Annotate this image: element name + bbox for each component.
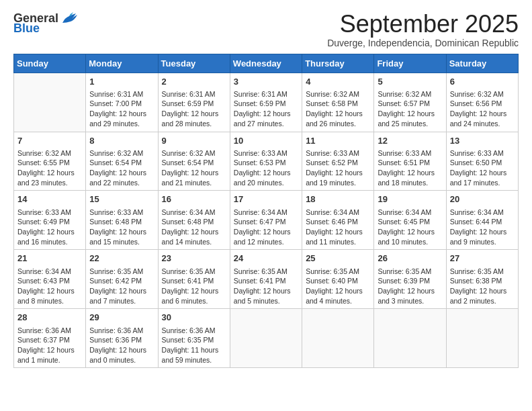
day-number: 17 bbox=[234, 193, 298, 205]
weekday-header-saturday: Saturday bbox=[446, 54, 518, 73]
calendar-cell bbox=[230, 309, 302, 368]
calendar-cell: 12Sunrise: 6:33 AMSunset: 6:51 PMDayligh… bbox=[374, 132, 446, 191]
weekday-header-row: SundayMondayTuesdayWednesdayThursdayFrid… bbox=[14, 54, 519, 73]
calendar-cell: 26Sunrise: 6:35 AMSunset: 6:39 PMDayligh… bbox=[374, 250, 446, 309]
day-info: Sunrise: 6:33 AMSunset: 6:48 PMDaylight:… bbox=[89, 208, 154, 247]
day-number: 4 bbox=[306, 76, 370, 88]
calendar-cell: 22Sunrise: 6:35 AMSunset: 6:42 PMDayligh… bbox=[86, 250, 158, 309]
day-info: Sunrise: 6:33 AMSunset: 6:53 PMDaylight:… bbox=[234, 148, 298, 188]
calendar-cell bbox=[302, 309, 374, 368]
day-info: Sunrise: 6:35 AMSunset: 6:41 PMDaylight:… bbox=[162, 267, 226, 306]
day-number: 27 bbox=[450, 253, 515, 265]
calendar-cell: 13Sunrise: 6:33 AMSunset: 6:50 PMDayligh… bbox=[446, 132, 518, 191]
day-number: 25 bbox=[306, 253, 370, 265]
calendar-week-2: 7Sunrise: 6:32 AMSunset: 6:55 PMDaylight… bbox=[14, 132, 519, 191]
day-info: Sunrise: 6:32 AMSunset: 6:55 PMDaylight:… bbox=[17, 148, 82, 188]
day-info: Sunrise: 6:35 AMSunset: 6:42 PMDaylight:… bbox=[89, 267, 154, 306]
calendar-cell: 25Sunrise: 6:35 AMSunset: 6:40 PMDayligh… bbox=[302, 250, 374, 309]
calendar-cell: 24Sunrise: 6:35 AMSunset: 6:41 PMDayligh… bbox=[230, 250, 302, 309]
calendar-cell: 11Sunrise: 6:33 AMSunset: 6:52 PMDayligh… bbox=[302, 132, 374, 191]
day-number: 23 bbox=[162, 253, 226, 265]
calendar-cell: 10Sunrise: 6:33 AMSunset: 6:53 PMDayligh… bbox=[230, 132, 302, 191]
day-info: Sunrise: 6:34 AMSunset: 6:47 PMDaylight:… bbox=[234, 208, 298, 247]
calendar-cell: 4Sunrise: 6:32 AMSunset: 6:58 PMDaylight… bbox=[302, 73, 374, 132]
calendar-week-5: 28Sunrise: 6:36 AMSunset: 6:37 PMDayligh… bbox=[14, 309, 519, 368]
title-block: September 2025 Duverge, Independencia, D… bbox=[327, 11, 519, 48]
day-info: Sunrise: 6:33 AMSunset: 6:49 PMDaylight:… bbox=[17, 208, 82, 247]
day-number: 16 bbox=[162, 193, 226, 205]
weekday-header-monday: Monday bbox=[86, 54, 158, 73]
day-info: Sunrise: 6:33 AMSunset: 6:50 PMDaylight:… bbox=[450, 148, 515, 188]
weekday-header-tuesday: Tuesday bbox=[158, 54, 230, 73]
day-number: 9 bbox=[162, 135, 226, 147]
calendar-cell: 8Sunrise: 6:32 AMSunset: 6:54 PMDaylight… bbox=[86, 132, 158, 191]
calendar-cell: 6Sunrise: 6:32 AMSunset: 6:56 PMDaylight… bbox=[446, 73, 518, 132]
page-header: General Blue September 2025 Duverge, Ind… bbox=[13, 11, 519, 48]
day-number: 28 bbox=[17, 312, 82, 324]
day-info: Sunrise: 6:34 AMSunset: 6:48 PMDaylight:… bbox=[162, 208, 226, 247]
logo-blue-text: Blue bbox=[13, 21, 40, 36]
calendar-cell: 16Sunrise: 6:34 AMSunset: 6:48 PMDayligh… bbox=[158, 191, 230, 250]
logo: General Blue bbox=[13, 11, 79, 36]
day-info: Sunrise: 6:34 AMSunset: 6:44 PMDaylight:… bbox=[450, 208, 515, 247]
calendar-cell: 9Sunrise: 6:32 AMSunset: 6:54 PMDaylight… bbox=[158, 132, 230, 191]
day-info: Sunrise: 6:32 AMSunset: 6:56 PMDaylight:… bbox=[450, 89, 515, 129]
calendar-cell: 23Sunrise: 6:35 AMSunset: 6:41 PMDayligh… bbox=[158, 250, 230, 309]
day-info: Sunrise: 6:32 AMSunset: 6:58 PMDaylight:… bbox=[306, 89, 370, 129]
calendar-cell: 21Sunrise: 6:34 AMSunset: 6:43 PMDayligh… bbox=[14, 250, 86, 309]
month-title: September 2025 bbox=[327, 11, 519, 38]
day-info: Sunrise: 6:33 AMSunset: 6:52 PMDaylight:… bbox=[306, 148, 370, 188]
day-number: 10 bbox=[234, 135, 298, 147]
calendar-cell: 29Sunrise: 6:36 AMSunset: 6:36 PMDayligh… bbox=[86, 309, 158, 368]
day-number: 5 bbox=[378, 76, 442, 88]
day-number: 22 bbox=[89, 253, 154, 265]
calendar-cell bbox=[14, 73, 86, 132]
day-info: Sunrise: 6:31 AMSunset: 6:59 PMDaylight:… bbox=[234, 89, 298, 129]
calendar-cell bbox=[446, 309, 518, 368]
weekday-header-wednesday: Wednesday bbox=[230, 54, 302, 73]
weekday-header-sunday: Sunday bbox=[14, 54, 86, 73]
day-info: Sunrise: 6:35 AMSunset: 6:38 PMDaylight:… bbox=[450, 267, 515, 306]
day-info: Sunrise: 6:32 AMSunset: 6:54 PMDaylight:… bbox=[162, 148, 226, 188]
day-number: 7 bbox=[17, 135, 82, 147]
day-number: 19 bbox=[378, 193, 442, 205]
calendar-cell: 30Sunrise: 6:36 AMSunset: 6:35 PMDayligh… bbox=[158, 309, 230, 368]
day-number: 8 bbox=[89, 135, 154, 147]
day-info: Sunrise: 6:33 AMSunset: 6:51 PMDaylight:… bbox=[378, 148, 442, 188]
day-info: Sunrise: 6:32 AMSunset: 6:57 PMDaylight:… bbox=[378, 89, 442, 129]
logo-bird-icon bbox=[60, 11, 79, 26]
day-info: Sunrise: 6:36 AMSunset: 6:37 PMDaylight:… bbox=[17, 326, 82, 365]
day-number: 6 bbox=[450, 76, 515, 88]
calendar-cell: 5Sunrise: 6:32 AMSunset: 6:57 PMDaylight… bbox=[374, 73, 446, 132]
day-number: 2 bbox=[162, 76, 226, 88]
calendar-cell: 19Sunrise: 6:34 AMSunset: 6:45 PMDayligh… bbox=[374, 191, 446, 250]
calendar-cell: 17Sunrise: 6:34 AMSunset: 6:47 PMDayligh… bbox=[230, 191, 302, 250]
day-number: 15 bbox=[89, 193, 154, 205]
calendar-cell: 20Sunrise: 6:34 AMSunset: 6:44 PMDayligh… bbox=[446, 191, 518, 250]
calendar-cell: 2Sunrise: 6:31 AMSunset: 6:59 PMDaylight… bbox=[158, 73, 230, 132]
calendar-cell: 18Sunrise: 6:34 AMSunset: 6:46 PMDayligh… bbox=[302, 191, 374, 250]
day-number: 29 bbox=[89, 312, 154, 324]
day-number: 13 bbox=[450, 135, 515, 147]
day-number: 12 bbox=[378, 135, 442, 147]
day-number: 21 bbox=[17, 253, 82, 265]
day-info: Sunrise: 6:36 AMSunset: 6:35 PMDaylight:… bbox=[162, 326, 226, 365]
day-info: Sunrise: 6:32 AMSunset: 6:54 PMDaylight:… bbox=[89, 148, 154, 188]
day-info: Sunrise: 6:36 AMSunset: 6:36 PMDaylight:… bbox=[89, 326, 154, 365]
day-info: Sunrise: 6:35 AMSunset: 6:40 PMDaylight:… bbox=[306, 267, 370, 306]
calendar-week-4: 21Sunrise: 6:34 AMSunset: 6:43 PMDayligh… bbox=[14, 250, 519, 309]
day-number: 30 bbox=[162, 312, 226, 324]
day-info: Sunrise: 6:34 AMSunset: 6:43 PMDaylight:… bbox=[17, 267, 82, 306]
day-info: Sunrise: 6:31 AMSunset: 7:00 PMDaylight:… bbox=[89, 89, 154, 129]
location-subtitle: Duverge, Independencia, Dominican Republ… bbox=[327, 38, 519, 48]
calendar-cell: 1Sunrise: 6:31 AMSunset: 7:00 PMDaylight… bbox=[86, 73, 158, 132]
calendar-week-3: 14Sunrise: 6:33 AMSunset: 6:49 PMDayligh… bbox=[14, 191, 519, 250]
day-number: 20 bbox=[450, 193, 515, 205]
calendar-cell bbox=[374, 309, 446, 368]
calendar-cell: 7Sunrise: 6:32 AMSunset: 6:55 PMDaylight… bbox=[14, 132, 86, 191]
calendar-cell: 28Sunrise: 6:36 AMSunset: 6:37 PMDayligh… bbox=[14, 309, 86, 368]
calendar-table: SundayMondayTuesdayWednesdayThursdayFrid… bbox=[13, 54, 519, 369]
day-number: 18 bbox=[306, 193, 370, 205]
day-info: Sunrise: 6:35 AMSunset: 6:41 PMDaylight:… bbox=[234, 267, 298, 306]
day-number: 1 bbox=[89, 76, 154, 88]
